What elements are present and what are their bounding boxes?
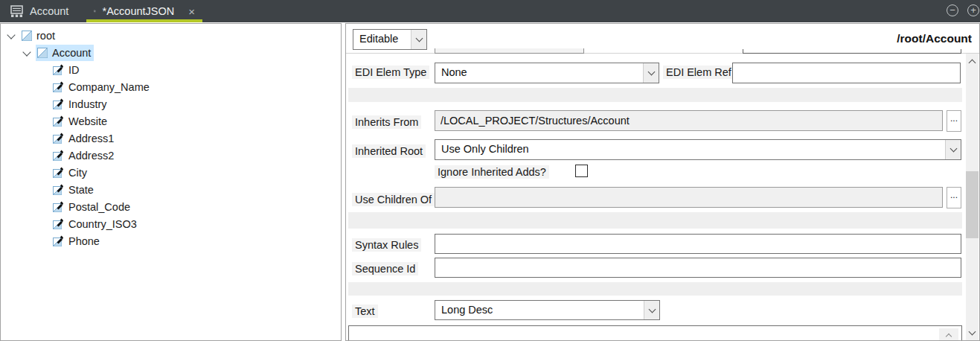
tab-label: *AccountJSON	[103, 5, 175, 17]
field-pen-icon	[53, 64, 64, 75]
tab-account[interactable]: Account	[3, 0, 76, 22]
tree-item-field[interactable]: Address2	[1, 147, 341, 164]
field-pen-icon	[53, 81, 64, 92]
active-tab-underline	[86, 19, 202, 22]
inner-scroll-up-icon[interactable]	[939, 328, 958, 341]
chevron-down-icon[interactable]	[644, 301, 659, 319]
structure-grid-icon	[94, 5, 96, 17]
separator-band	[348, 282, 962, 296]
tree-item-field[interactable]: Address1	[1, 130, 341, 147]
inherits-from-browse-button[interactable]: ...	[947, 110, 961, 132]
chevron-down-icon[interactable]	[945, 140, 961, 159]
inherited-root-label: Inherited Root	[352, 144, 426, 158]
edi-elem-type-label: EDI Elem Type	[352, 66, 429, 79]
long-desc-textarea[interactable]	[348, 325, 962, 341]
tab-bar: Account *AccountJSON × − +	[0, 0, 980, 22]
field-pen-icon	[53, 133, 64, 144]
tree-item-label: Website	[68, 115, 107, 127]
collapse-circle-minus-icon[interactable]: −	[947, 4, 958, 16]
separator-band	[348, 212, 962, 229]
field-pen-icon	[53, 235, 64, 246]
syntax-rules-label: Syntax Rules	[352, 238, 421, 252]
edi-elem-type-select[interactable]: None	[435, 63, 659, 83]
ignore-inherited-adds-checkbox[interactable]	[575, 165, 588, 177]
tree-item-label: Address1	[68, 133, 114, 144]
scroll-down-icon[interactable]	[966, 326, 979, 339]
text-label: Text	[352, 305, 378, 318]
vertical-scrollbar[interactable]	[966, 54, 979, 340]
ignore-inherited-adds-label: Ignore Inherited Adds?	[435, 165, 549, 179]
tree-item-field[interactable]: State	[1, 181, 341, 198]
tab-accountjson[interactable]: *AccountJSON ×	[86, 0, 202, 22]
select-value: Long Desc	[441, 304, 493, 316]
tree-item-label: Company_Name	[68, 81, 150, 93]
sequence-id-input[interactable]	[435, 258, 961, 278]
app-window: Account *AccountJSON × − +	[0, 0, 980, 341]
edi-elem-ref-label: EDI Elem Ref	[663, 66, 734, 79]
field-pen-icon	[53, 98, 64, 109]
tree-item-label: root	[36, 30, 55, 42]
node-path-label: /root/Account	[897, 32, 972, 45]
edi-elem-ref-input[interactable]	[732, 63, 961, 83]
text-select[interactable]: Long Desc	[435, 300, 660, 320]
syntax-rules-input[interactable]	[435, 234, 961, 254]
tree-item-root[interactable]: root	[1, 27, 341, 44]
tree-selection-highlight: Account	[36, 45, 94, 61]
select-value: None	[441, 66, 467, 78]
field-pen-icon	[53, 184, 64, 195]
field-pen-icon	[53, 150, 64, 161]
inherits-from-label: Inherits From	[352, 115, 421, 129]
structure-node-icon	[37, 48, 48, 58]
field-pen-icon	[53, 115, 64, 127]
chevron-down-icon[interactable]	[7, 31, 15, 39]
sequence-id-label: Sequence Id	[352, 262, 418, 275]
inherited-root-select[interactable]: Use Only Children	[435, 139, 961, 160]
editable-mode-select[interactable]: Editable	[353, 29, 427, 50]
tree-item-field[interactable]: ID	[1, 61, 341, 78]
field-pen-icon	[53, 201, 64, 212]
use-children-of-field[interactable]	[435, 187, 943, 208]
scrolled-field-edge	[435, 48, 584, 54]
chevron-down-icon[interactable]	[643, 63, 659, 83]
use-children-of-label: Use Children Of	[352, 193, 435, 206]
close-tab-icon[interactable]: ×	[188, 6, 195, 17]
tree-item-label: Account	[52, 47, 91, 59]
tree-item-label: Address2	[68, 150, 114, 162]
structure-grid-icon	[10, 5, 23, 17]
select-value: Editable	[359, 33, 398, 45]
field-pen-icon	[53, 167, 64, 178]
inherits-from-field[interactable]	[435, 110, 943, 131]
tree-item-account[interactable]: Account	[1, 44, 341, 61]
tree-item-label: Postal_Code	[68, 201, 130, 213]
tree-item-label: ID	[68, 64, 80, 76]
tree-item-label: City	[68, 167, 87, 179]
tree-item-label: Phone	[68, 235, 100, 247]
tree-item-field[interactable]: Phone	[1, 232, 341, 249]
select-value: Use Only Children	[441, 143, 529, 155]
scrolled-field-edge	[743, 49, 961, 54]
scrollbar-thumb[interactable]	[966, 171, 979, 238]
chevron-down-icon[interactable]	[22, 48, 31, 56]
separator-band	[348, 88, 962, 102]
tree-item-field[interactable]: Postal_Code	[1, 198, 341, 215]
tree-item-field[interactable]: Company_Name	[1, 78, 341, 95]
scroll-up-icon[interactable]	[966, 55, 979, 68]
chevron-down-icon[interactable]	[411, 30, 426, 49]
tree-item-label: Country_ISO3	[68, 218, 137, 230]
field-pen-icon	[53, 218, 64, 229]
tree-item-field[interactable]: Website	[1, 112, 341, 130]
tab-label: Account	[30, 5, 68, 17]
expand-circle-plus-icon[interactable]: +	[967, 4, 979, 16]
tree-item-field[interactable]: Country_ISO3	[1, 215, 341, 232]
tree-item-field[interactable]: City	[1, 164, 341, 181]
use-children-of-browse-button[interactable]: ...	[947, 187, 961, 208]
plus-glyph: +	[970, 4, 976, 16]
tree-item-label: Industry	[68, 98, 107, 110]
tree-item-label: State	[68, 184, 94, 196]
minus-glyph: −	[949, 4, 955, 16]
tree-item-field[interactable]: Industry	[1, 95, 341, 112]
structure-tree-panel: root Account	[0, 23, 342, 341]
structure-node-icon	[22, 31, 32, 41]
node-editor-panel: Editable /root/Account EDI Elem Type Non…	[345, 23, 980, 341]
